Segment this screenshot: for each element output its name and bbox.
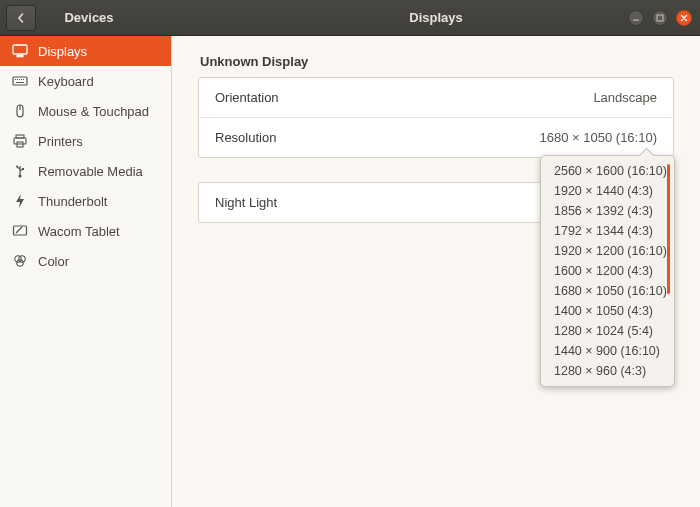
svg-rect-3 xyxy=(17,56,23,57)
tablet-icon xyxy=(12,223,28,239)
section-heading: Unknown Display xyxy=(198,54,674,69)
minimize-icon xyxy=(632,14,640,22)
chevron-left-icon xyxy=(16,13,26,23)
sidebar-item-label: Displays xyxy=(38,44,87,59)
resolution-option[interactable]: 1856 × 1392 (4:3) xyxy=(546,201,664,221)
svg-rect-2 xyxy=(13,45,27,54)
svg-point-17 xyxy=(16,166,18,168)
svg-rect-6 xyxy=(17,79,18,80)
titlebar-center-title: Displays xyxy=(172,10,700,25)
keyboard-icon xyxy=(12,73,28,89)
maximize-button[interactable] xyxy=(652,10,668,26)
resolution-option[interactable]: 2560 × 1600 (16:10) xyxy=(546,161,664,181)
resolution-row[interactable]: Resolution 1680 × 1050 (16:10) xyxy=(199,117,673,157)
resolution-label: Resolution xyxy=(215,130,276,145)
sidebar-item-color[interactable]: Color xyxy=(0,246,171,276)
maximize-icon xyxy=(656,14,664,22)
svg-rect-19 xyxy=(14,226,27,235)
resolution-option[interactable]: 1280 × 960 (4:3) xyxy=(546,361,664,381)
svg-rect-14 xyxy=(14,138,26,144)
sidebar-item-keyboard[interactable]: Keyboard xyxy=(0,66,171,96)
sidebar-item-label: Printers xyxy=(38,134,83,149)
resolution-option[interactable]: 1400 × 1050 (4:3) xyxy=(546,301,664,321)
svg-rect-8 xyxy=(21,79,22,80)
svg-rect-7 xyxy=(19,79,20,80)
sidebar-item-label: Color xyxy=(38,254,69,269)
sidebar-item-thunderbolt[interactable]: Thunderbolt xyxy=(0,186,171,216)
resolution-option[interactable]: 1600 × 1200 (4:3) xyxy=(546,261,664,281)
resolution-dropdown[interactable]: 2560 × 1600 (16:10) 1920 × 1440 (4:3) 18… xyxy=(540,155,675,387)
display-settings-panel: Orientation Landscape Resolution 1680 × … xyxy=(198,77,674,158)
sidebar-item-wacom[interactable]: Wacom Tablet xyxy=(0,216,171,246)
sidebar-item-label: Thunderbolt xyxy=(38,194,107,209)
sidebar-item-printers[interactable]: Printers xyxy=(0,126,171,156)
titlebar: Devices Displays xyxy=(0,0,700,36)
close-button[interactable] xyxy=(676,10,692,26)
sidebar-item-label: Removable Media xyxy=(38,164,143,179)
dropdown-scrollbar[interactable] xyxy=(667,164,670,294)
resolution-option[interactable]: 1920 × 1440 (4:3) xyxy=(546,181,664,201)
resolution-option[interactable]: 1680 × 1050 (16:10) xyxy=(546,281,664,301)
svg-rect-18 xyxy=(22,168,24,170)
color-icon xyxy=(12,253,28,269)
sidebar-item-displays[interactable]: Displays xyxy=(0,36,171,66)
orientation-label: Orientation xyxy=(215,90,279,105)
resolution-option[interactable]: 1792 × 1344 (4:3) xyxy=(546,221,664,241)
svg-rect-10 xyxy=(16,82,24,83)
orientation-value: Landscape xyxy=(593,90,657,105)
svg-rect-0 xyxy=(633,19,639,20)
titlebar-left: Devices xyxy=(0,0,172,35)
sidebar: Displays Keyboard Mouse & Touchpad Print… xyxy=(0,36,172,507)
resolution-option[interactable]: 1280 × 1024 (5:4) xyxy=(546,321,664,341)
svg-rect-4 xyxy=(13,77,27,85)
nightlight-label: Night Light xyxy=(215,195,277,210)
sidebar-item-removable[interactable]: Removable Media xyxy=(0,156,171,186)
minimize-button[interactable] xyxy=(628,10,644,26)
sidebar-item-label: Wacom Tablet xyxy=(38,224,120,239)
resolution-value: 1680 × 1050 (16:10) xyxy=(540,130,657,145)
sidebar-item-label: Keyboard xyxy=(38,74,94,89)
main-area: Displays Keyboard Mouse & Touchpad Print… xyxy=(0,36,700,507)
printer-icon xyxy=(12,133,28,149)
close-icon xyxy=(680,14,688,22)
titlebar-right: Displays xyxy=(172,0,700,35)
sidebar-item-mouse[interactable]: Mouse & Touchpad xyxy=(0,96,171,126)
resolution-option[interactable]: 1440 × 900 (16:10) xyxy=(546,341,664,361)
orientation-row[interactable]: Orientation Landscape xyxy=(199,78,673,117)
sidebar-item-label: Mouse & Touchpad xyxy=(38,104,149,119)
content-area: Unknown Display Orientation Landscape Re… xyxy=(172,36,700,507)
window-controls xyxy=(628,10,700,26)
svg-rect-9 xyxy=(23,79,24,80)
thunderbolt-icon xyxy=(12,193,28,209)
titlebar-left-title: Devices xyxy=(42,10,166,25)
mouse-icon xyxy=(12,103,28,119)
display-icon xyxy=(12,43,28,59)
resolution-option[interactable]: 1920 × 1200 (16:10) xyxy=(546,241,664,261)
svg-rect-5 xyxy=(15,79,16,80)
usb-icon xyxy=(12,163,28,179)
back-button[interactable] xyxy=(6,5,36,31)
svg-rect-1 xyxy=(657,15,663,21)
